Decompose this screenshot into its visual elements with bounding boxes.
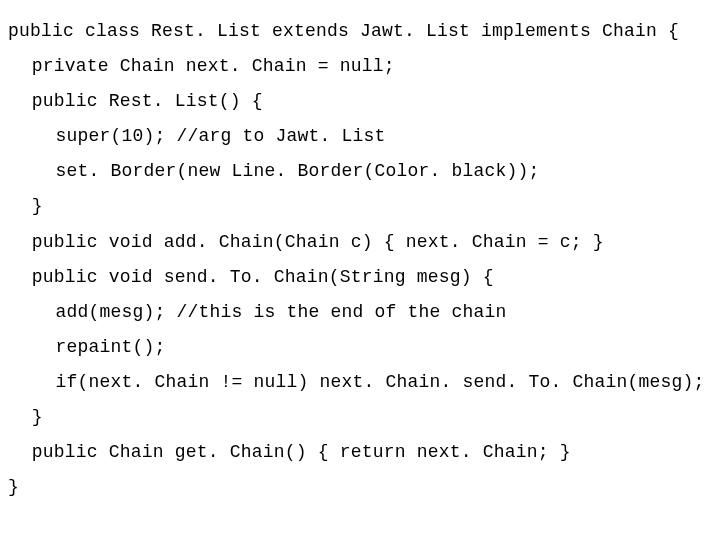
code-line: } [8, 400, 43, 435]
code-line: } [8, 189, 43, 224]
code-line: public void add. Chain(Chain c) { next. … [8, 225, 604, 260]
code-line: public Chain get. Chain() { return next.… [8, 435, 571, 470]
code-line: set. Border(new Line. Border(Color. blac… [8, 154, 540, 189]
code-line: public Rest. List() { [8, 84, 263, 119]
code-line: if(next. Chain != null) next. Chain. sen… [8, 365, 705, 400]
code-line: add(mesg); //this is the end of the chai… [8, 295, 507, 330]
code-line: repaint(); [8, 330, 166, 365]
code-block: public class Rest. List extends Jawt. Li… [0, 0, 720, 505]
code-line: private Chain next. Chain = null; [8, 49, 395, 84]
code-line: public void send. To. Chain(String mesg)… [8, 260, 494, 295]
code-line: super(10); //arg to Jawt. List [8, 119, 386, 154]
code-line: public class Rest. List extends Jawt. Li… [8, 21, 679, 41]
code-line: } [8, 477, 19, 497]
